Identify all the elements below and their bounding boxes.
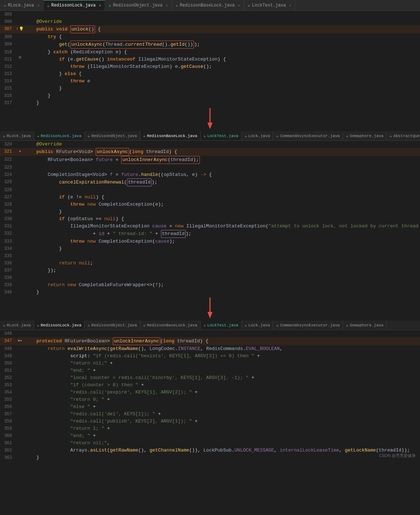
- close-icon[interactable]: ✕: [238, 3, 240, 8]
- tab3-redissonlock[interactable]: ☕ RedissonLock.java: [34, 321, 85, 330]
- line-content: if (opStatus == null) {: [24, 215, 420, 223]
- line-gutter: [16, 56, 24, 59]
- line-content: } else {: [24, 70, 420, 78]
- tab3-rlock[interactable]: ☕ RLock.java: [0, 321, 34, 330]
- line-content: "redis.call('del', KEYS[1]); " +: [24, 411, 420, 418]
- code-line-330: 330 if (opStatus == null) {: [0, 215, 420, 223]
- breakpoint-icon: ⬆: [16, 25, 18, 33]
- tab-label: Lock.java: [248, 323, 270, 327]
- line-content: IllegalMonitorStateException cause = new…: [24, 223, 420, 230]
- line-gutter: ●: [16, 148, 24, 155]
- line-content: "local counter = redis.call('hincrby', K…: [24, 374, 420, 382]
- line-content: "return 0; " +: [24, 396, 420, 403]
- code-line-336: 336 return null;: [0, 260, 420, 267]
- line-number: 350: [0, 360, 16, 367]
- tab-bar-2: ☕ RLock.java ☕ RedissonLock.java ☕ Redis…: [0, 131, 420, 141]
- tab-label: AbstractQueuedSynchro...: [394, 134, 420, 138]
- line-content: "if (counter > 0) then " +: [24, 382, 420, 389]
- line-content: }: [24, 245, 420, 252]
- java-icon: ☕: [143, 133, 146, 138]
- line-content: throw new CompletionException(e);: [24, 201, 420, 208]
- line-number: 349: [0, 353, 16, 360]
- line-content: return null;: [24, 260, 420, 267]
- tab2-semaphore[interactable]: ☕ Semaphore.java: [343, 131, 387, 141]
- line-number: 311: [0, 56, 16, 63]
- code-line-312: 312 throw (IllegalMonitorStateException)…: [0, 63, 420, 70]
- code-line-333: 333 throw new CompletionException(cause)…: [0, 238, 420, 245]
- line-content: cancelExpirationRenewal(threadId);: [24, 178, 420, 186]
- tab3-locktest[interactable]: ☕ LockTest.java: [201, 321, 242, 330]
- line-number: 355: [0, 396, 16, 403]
- line-number: 359: [0, 425, 16, 432]
- tab-label: RedissonObject.java: [91, 134, 137, 138]
- code-line-347: 347 ● ● protected RFuture<Boolean> unloc…: [0, 337, 420, 345]
- line-content: });: [24, 267, 420, 274]
- line-number: 360: [0, 432, 16, 440]
- line-content: }: [24, 99, 420, 107]
- tab-locktest[interactable]: ☕ LockTest.java ✕: [244, 0, 295, 11]
- line-number: 310: [0, 49, 16, 56]
- tab-bar-3: ☕ RLock.java ☕ RedissonLock.java ☕ Redis…: [0, 321, 420, 330]
- line-content: throw (IllegalMonitorStateException) e.g…: [24, 63, 420, 70]
- line-content: if (e != null) {: [24, 194, 420, 201]
- tab-label: RedissonBaseLock.java: [147, 323, 197, 327]
- line-number: 346: [0, 330, 16, 337]
- svg-marker-3: [207, 312, 213, 318]
- line-number: 336: [0, 260, 16, 267]
- line-content: }: [24, 92, 420, 99]
- arrow-svg-1: [195, 108, 225, 130]
- tab-label: Semaphore.java: [350, 134, 383, 138]
- tab-rlock[interactable]: ☕ RLock.java ✕: [0, 0, 44, 11]
- tab-label: Lock.java: [248, 134, 270, 138]
- gutter-mark: [18, 56, 21, 59]
- tab3-commandasync[interactable]: ☕ CommandAsyncExecutor.java: [273, 321, 343, 330]
- java-icon: ☕: [47, 3, 50, 8]
- breakpoint-icon: ●: [19, 148, 21, 155]
- code-line-316: 316 }: [0, 92, 420, 99]
- java-icon: ☕: [176, 3, 178, 8]
- tab-redissonobject[interactable]: ☕ RedissonObject.java ✕: [105, 0, 172, 11]
- tab-redissonbaselock[interactable]: ☕ RedissonBaseLock.java ✕: [172, 0, 244, 11]
- code-line-361: 361 "return nil;",: [0, 440, 420, 447]
- tab2-rlock[interactable]: ☕ RLock.java: [0, 131, 34, 141]
- line-content: return evalWriteAsync(getRawName(), Long…: [24, 345, 420, 353]
- tab2-redissonobject[interactable]: ☕ RedissonObject.java: [85, 131, 140, 141]
- tab2-redissonbaselock[interactable]: ☕ RedissonBaseLock.java: [140, 131, 201, 141]
- line-content: throw e: [24, 78, 420, 85]
- line-number: 324: [0, 171, 16, 178]
- tab3-lock[interactable]: ☕ Lock.java: [242, 321, 273, 330]
- line-content: }: [24, 289, 420, 296]
- line-number: 315: [0, 85, 16, 92]
- line-content: @Override: [24, 141, 420, 148]
- line-content: }: [24, 454, 420, 461]
- code-line-334: 334 }: [0, 245, 420, 252]
- line-content: get(unlockAsync(Thread.currentThread().g…: [24, 41, 420, 49]
- tab2-lock[interactable]: ☕ Lock.java: [242, 131, 273, 141]
- tab3-redissonbaselock[interactable]: ☕ RedissonBaseLock.java: [140, 321, 201, 330]
- tab3-semaphore[interactable]: ☕ Semaphore.java: [343, 321, 387, 330]
- tab2-redissonlock[interactable]: ☕ RedissonLock.java: [34, 131, 85, 141]
- tab3-redissonobject[interactable]: ☕ RedissonObject.java: [85, 321, 140, 330]
- java-icon: ☕: [244, 133, 247, 138]
- arrow-connector-1: [0, 107, 420, 131]
- close-icon[interactable]: ✕: [37, 3, 40, 8]
- line-number: 307: [0, 25, 16, 33]
- java-icon: ☕: [37, 133, 40, 138]
- code-line-351: 351 "end; " +: [0, 367, 420, 374]
- code-line-332: 332 + id + " thread-id: " + threadId);: [0, 230, 420, 238]
- line-content: public void unlock() {: [24, 25, 420, 33]
- line-content: "redis.call('pexpire', KEYS[1], ARGV[2])…: [24, 389, 420, 396]
- close-icon[interactable]: ✕: [166, 3, 168, 8]
- tab-label: RedissonLock.java: [51, 3, 95, 8]
- java-icon: ☕: [248, 3, 250, 8]
- close-icon[interactable]: ✕: [99, 3, 101, 8]
- tab2-locktest[interactable]: ☕ LockTest.java: [201, 131, 242, 141]
- line-number: 309: [0, 41, 16, 48]
- code-line-329: 329 }: [0, 208, 420, 215]
- close-icon[interactable]: ✕: [289, 3, 291, 8]
- tab-label: RedissonLock.java: [41, 323, 81, 327]
- tab-redissonlock[interactable]: ☕ RedissonLock.java ✕: [44, 0, 105, 11]
- tab2-abstractqueued[interactable]: ☕ AbstractQueuedSynchro...: [387, 131, 420, 141]
- code-line-321: 321 ● public RFuture<Void> unlockAsync(l…: [0, 148, 420, 156]
- tab2-commandasync[interactable]: ☕ CommandAsyncExecutor.java: [273, 131, 343, 141]
